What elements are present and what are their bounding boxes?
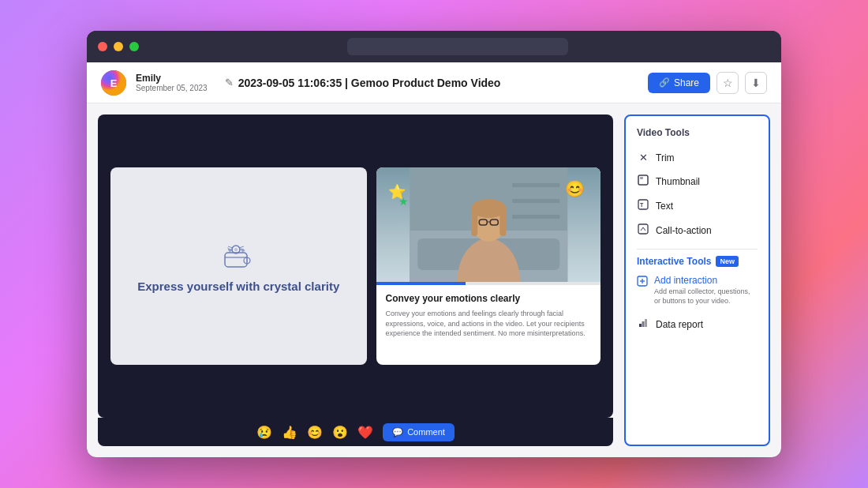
- add-interaction-item[interactable]: Add interaction Add email collector, que…: [637, 275, 758, 306]
- video-inner: Express yourself with crystal clarity: [98, 114, 613, 418]
- reaction-cry[interactable]: 😢: [256, 425, 272, 440]
- avatar: E: [101, 70, 126, 96]
- svg-rect-16: [512, 215, 559, 219]
- video-panel: Express yourself with crystal clarity: [98, 114, 613, 446]
- url-bar[interactable]: [347, 38, 568, 55]
- progress-bar-container: [376, 282, 601, 285]
- star-button[interactable]: ☆: [716, 72, 739, 94]
- add-interaction-text: Add interaction Add email collector, que…: [654, 275, 758, 306]
- cta-label: Call-to-action: [656, 225, 712, 236]
- interactive-tools-title: Interactive Tools New: [637, 256, 758, 267]
- reaction-heart[interactable]: ❤️: [357, 425, 373, 440]
- video-left-slide: Express yourself with crystal clarity: [110, 167, 367, 365]
- svg-rect-14: [512, 183, 559, 187]
- content-area: E Emily September 05, 2023 ✎ 2023-09-05 …: [87, 62, 781, 457]
- user-date: September 05, 2023: [136, 84, 208, 92]
- star-emoji-2: ★: [398, 195, 409, 208]
- header-actions: 🔗 Share ☆ ⬇: [648, 72, 767, 94]
- thumbnail-icon: [637, 175, 649, 188]
- svg-rect-25: [638, 175, 648, 185]
- video-right-card: ⭐ ★ 😊 Convey your emotions clearly Conve…: [376, 167, 601, 365]
- video-thumbnail: ⭐ ★ 😊: [376, 167, 601, 282]
- header-title-area: ✎ 2023-09-05 11:06:35 | Gemoo Product De…: [225, 77, 638, 89]
- svg-rect-15: [512, 199, 559, 203]
- comment-button[interactable]: 💬 Comment: [383, 423, 455, 441]
- sidebar-item-trim[interactable]: ✕ Trim: [637, 146, 758, 169]
- text-icon: T: [637, 199, 649, 212]
- titlebar: [87, 31, 781, 62]
- smiley-emoji: 😊: [565, 179, 585, 198]
- svg-rect-29: [638, 224, 648, 234]
- main-content: Express yourself with crystal clarity: [87, 103, 781, 457]
- cta-icon: [637, 223, 649, 237]
- text-label: Text: [656, 201, 673, 212]
- trim-label: Trim: [656, 152, 675, 163]
- video-container: Express yourself with crystal clarity: [98, 114, 613, 418]
- progress-bar-fill: [376, 282, 466, 285]
- close-dot[interactable]: [98, 42, 107, 51]
- new-badge: New: [716, 256, 739, 267]
- comment-icon: 💬: [392, 427, 403, 437]
- share-button[interactable]: 🔗 Share: [648, 73, 710, 93]
- reaction-smile[interactable]: 😊: [307, 425, 323, 440]
- video-title: 2023-09-05 11:06:35 | Gemoo Product Demo…: [238, 77, 501, 89]
- svg-rect-34: [642, 321, 645, 327]
- add-interaction-desc: Add email collector, questions, or butto…: [654, 287, 758, 306]
- download-button[interactable]: ⬇: [745, 72, 767, 94]
- sidebar-item-thumbnail[interactable]: Thumbnail: [637, 169, 758, 193]
- sidebar-item-data-report[interactable]: Data report: [637, 312, 758, 336]
- svg-rect-21: [499, 208, 506, 236]
- share-icon: 🔗: [659, 77, 670, 88]
- svg-rect-33: [639, 324, 642, 327]
- minimize-dot[interactable]: [114, 42, 123, 51]
- svg-point-6: [234, 248, 238, 251]
- sidebar-divider: [637, 249, 758, 250]
- reaction-thumbsup[interactable]: 👍: [282, 425, 297, 440]
- thumbnail-label: Thumbnail: [656, 176, 700, 187]
- video-card-content: Convey your emotions clearly Convey your…: [376, 285, 601, 365]
- edit-icon: ✎: [225, 77, 234, 88]
- add-interaction-icon: [637, 276, 648, 289]
- user-info: Emily September 05, 2023: [136, 73, 208, 92]
- video-tools-title: Video Tools: [637, 127, 758, 138]
- sidebar-item-cta[interactable]: Call-to-action: [637, 218, 758, 242]
- video-bottom-bar: 😢 👍 😊 😮 ❤️ 💬 Comment: [98, 418, 613, 446]
- star-icon: ☆: [723, 77, 733, 89]
- reaction-wow[interactable]: 😮: [332, 425, 348, 440]
- data-report-icon: [637, 317, 649, 331]
- app-window: E Emily September 05, 2023 ✎ 2023-09-05 …: [87, 31, 781, 457]
- svg-text:E: E: [110, 77, 118, 89]
- sidebar-item-text[interactable]: T Text: [637, 193, 758, 218]
- svg-rect-20: [471, 208, 477, 236]
- trim-icon: ✕: [637, 152, 649, 163]
- cat-illustration: [219, 238, 258, 270]
- video-card-title: Convey your emotions clearly: [386, 293, 592, 304]
- svg-rect-35: [645, 319, 647, 327]
- video-card-desc: Convey your emotions and feelings clearl…: [386, 309, 592, 339]
- svg-text:T: T: [640, 202, 644, 208]
- download-icon: ⬇: [751, 77, 761, 89]
- app-header: E Emily September 05, 2023 ✎ 2023-09-05 …: [87, 62, 781, 103]
- sidebar-panel: Video Tools ✕ Trim Thumbnail: [624, 114, 770, 446]
- add-interaction-label: Add interaction: [654, 275, 758, 286]
- maximize-dot[interactable]: [129, 42, 139, 51]
- data-report-label: Data report: [656, 319, 703, 330]
- video-left-text: Express yourself with crystal clarity: [137, 278, 339, 295]
- user-name: Emily: [136, 73, 208, 84]
- svg-rect-26: [640, 177, 643, 179]
- titlebar-center: [145, 38, 770, 55]
